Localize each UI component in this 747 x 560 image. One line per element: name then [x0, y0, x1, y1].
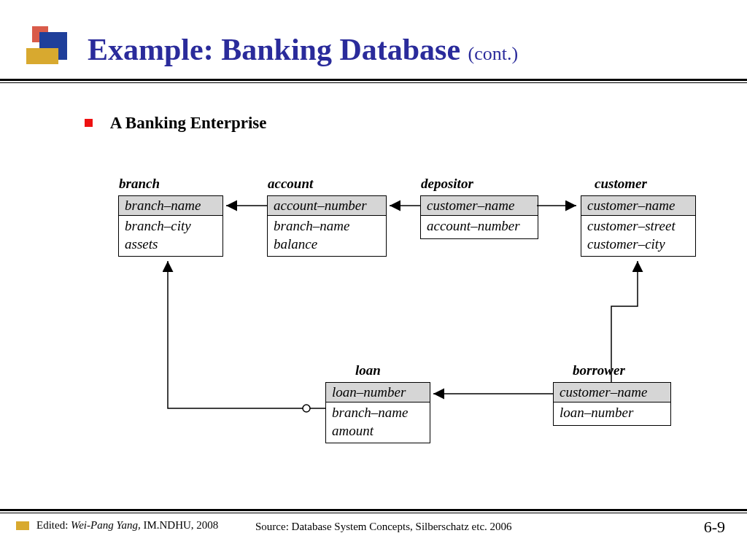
table-borrower: borrower customer–name loan–number [553, 382, 671, 426]
table-loan-attrs: branch–name amount [326, 402, 430, 443]
table-borrower-pk: customer–name [554, 383, 670, 402]
table-loan-caption: loan [355, 362, 381, 378]
table-branch-attrs: branch–city assets [119, 216, 222, 256]
table-customer-attrs: customer–street customer–city [581, 216, 695, 256]
table-branch: branch branch–name branch–city assets [118, 195, 223, 257]
svg-point-4 [303, 405, 310, 412]
footer-logo-icon [16, 521, 29, 530]
table-borrower-caption: borrower [573, 362, 625, 378]
diagram-arrows [0, 0, 747, 560]
footer-rule [0, 509, 747, 511]
table-borrower-attrs: loan–number [554, 402, 670, 425]
table-account-attrs: branch–name balance [268, 216, 386, 256]
banking-diagram: branch branch–name branch–city assets ac… [0, 0, 747, 560]
table-account-pk: account–number [268, 196, 386, 216]
table-depositor-attrs: account–number [421, 216, 538, 238]
table-customer: customer customer–name customer–street c… [581, 195, 696, 257]
slide: Example: Banking Database (cont.) A Bank… [0, 0, 747, 560]
table-branch-pk: branch–name [119, 196, 222, 216]
table-branch-caption: branch [119, 176, 160, 192]
table-customer-caption: customer [595, 176, 647, 192]
table-account: account account–number branch–name balan… [267, 195, 387, 257]
footer-editor: Wei-Pang Yang, [71, 519, 141, 532]
footer-rule-inner [0, 513, 747, 513]
table-depositor: depositor customer–name account–number [420, 195, 538, 239]
page-number: 6-9 [704, 518, 725, 537]
footer-source: Source: Database System Concepts, Silber… [255, 521, 512, 533]
table-depositor-caption: depositor [421, 176, 473, 192]
table-account-caption: account [268, 176, 313, 192]
table-loan: loan loan–number branch–name amount [325, 382, 430, 443]
table-depositor-pk: customer–name [421, 196, 538, 216]
table-customer-pk: customer–name [581, 196, 695, 216]
table-loan-pk: loan–number [326, 383, 430, 402]
footer-edited-label: Edited: [36, 519, 68, 532]
footer-left: Edited: Wei-Pang Yang, IM.NDHU, 2008 [16, 519, 218, 532]
footer-affil: IM.NDHU, 2008 [143, 519, 218, 532]
